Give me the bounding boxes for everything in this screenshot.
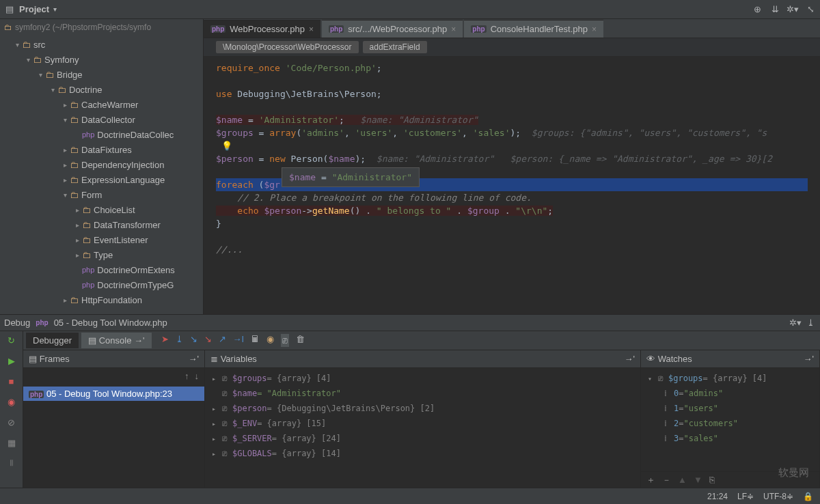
tree-item[interactable]: ▸🗀DataTransformer bbox=[0, 217, 203, 232]
code-editor[interactable]: require_once 'Code/Person.php'; use Debu… bbox=[204, 56, 820, 314]
project-tree[interactable]: ▾🗀src▾🗀Symfony▾🗀Bridge▾🗀Doctrine▸🗀CacheW… bbox=[0, 36, 203, 314]
close-icon[interactable]: × bbox=[451, 25, 456, 34]
watch-down-icon[interactable]: ▼ bbox=[694, 475, 702, 485]
force-step-into-icon[interactable]: ↘ bbox=[204, 334, 212, 347]
frame-text: 05 - Debug Tool Window.php:23 bbox=[46, 389, 172, 399]
target-icon[interactable]: ⊕ bbox=[752, 4, 763, 15]
frame-up-icon[interactable]: ↑ bbox=[184, 371, 189, 381]
encoding[interactable]: UTF-8≑ bbox=[763, 492, 793, 501]
frame-down-icon[interactable]: ↓ bbox=[195, 371, 200, 381]
watch-icon[interactable]: ◉ bbox=[266, 334, 274, 347]
editor-tab[interactable]: phpConsoleHandlerTest.php× bbox=[464, 20, 603, 38]
tree-item[interactable]: ▸🗀Type bbox=[0, 247, 203, 262]
gear-icon[interactable]: ✲▾ bbox=[790, 318, 801, 328]
stack-frame[interactable]: php 05 - Debug Tool Window.php:23 bbox=[23, 387, 204, 401]
hide-icon[interactable]: ⤡ bbox=[805, 4, 816, 15]
tooltip-var: $name bbox=[289, 172, 316, 182]
frame-nav: ↑ ↓ bbox=[23, 368, 204, 384]
watches-header: 👁 Watches →' bbox=[641, 350, 819, 368]
layout-button[interactable]: ▦ bbox=[5, 436, 18, 449]
collapse-icon[interactable]: ⇊ bbox=[769, 4, 780, 15]
editor-tab[interactable]: phpsrc/.../WebProcessor.php× bbox=[322, 20, 463, 38]
download-icon[interactable]: ⤓ bbox=[805, 318, 816, 328]
step-into-icon[interactable]: ↘ bbox=[190, 334, 197, 347]
tree-item[interactable]: phpDoctrineDataCollec bbox=[0, 127, 203, 142]
frames-menu-icon[interactable]: →' bbox=[189, 354, 199, 364]
variable-row[interactable]: ⎚$name = "Administrator" bbox=[205, 386, 640, 401]
debug-columns: ▤ Frames →' ↑ ↓ php 05 - Debug Tool Wind… bbox=[23, 350, 820, 488]
run-to-cursor-icon[interactable]: →I bbox=[233, 334, 245, 347]
debug-label: Debug bbox=[4, 318, 30, 328]
tree-item[interactable]: ▾🗀DataCollector bbox=[0, 112, 203, 127]
tab-debugger[interactable]: Debugger bbox=[26, 333, 79, 348]
add-watch-icon[interactable]: ＋ bbox=[646, 474, 655, 486]
settings-icon[interactable]: ⎚ bbox=[281, 334, 289, 347]
watch-up-icon[interactable]: ▲ bbox=[678, 475, 687, 485]
tab-console[interactable]: ▤ Console →' bbox=[81, 333, 151, 348]
breadcrumb-namespace[interactable]: \Monolog\Processor\WebProcessor bbox=[216, 41, 359, 53]
debug-file: 05 - Debug Tool Window.php bbox=[54, 318, 167, 328]
variable-row[interactable]: ▸⎚$_ENV = {array} [15] bbox=[205, 416, 640, 431]
tree-item[interactable]: ▾🗀src bbox=[0, 37, 203, 52]
variable-row[interactable]: ▸⎚$GLOBALS = {array} [14] bbox=[205, 446, 640, 461]
evaluate-icon[interactable]: 🖩 bbox=[251, 334, 260, 347]
line-separator[interactable]: LF≑ bbox=[737, 492, 754, 501]
tree-item[interactable]: ▾🗀Symfony bbox=[0, 52, 203, 67]
editor-area: phpWebProcessor.php×phpsrc/.../WebProces… bbox=[204, 19, 820, 314]
watch-row[interactable]: ▾⎚ $groups = {array} [4] bbox=[641, 371, 819, 386]
tree-item[interactable]: ▸🗀CacheWarmer bbox=[0, 97, 203, 112]
watch-child-row[interactable]: ⁞0 = "admins" bbox=[641, 386, 819, 401]
tree-item[interactable]: ▸🗀HttpFoundation bbox=[0, 292, 203, 307]
copy-watch-icon[interactable]: ⎘ bbox=[709, 475, 715, 485]
variable-row[interactable]: ▸⎚$person = {Debugging\JetBrains\Person}… bbox=[205, 401, 640, 416]
show-exec-point-icon[interactable]: ➤ bbox=[161, 334, 169, 347]
editor-tab[interactable]: phpWebProcessor.php× bbox=[204, 20, 320, 38]
watch-child-row[interactable]: ⁞2 = "customers" bbox=[641, 416, 819, 431]
tree-item[interactable]: ▾🗀Bridge bbox=[0, 67, 203, 82]
debug-title-bar: Debug php 05 - Debug Tool Window.php ✲▾ … bbox=[0, 314, 820, 331]
project-icon: ▤ bbox=[4, 4, 15, 15]
step-over-icon[interactable]: ⤓ bbox=[176, 334, 183, 347]
pin-button[interactable]: ⫴ bbox=[5, 457, 18, 469]
project-label[interactable]: Project bbox=[19, 4, 49, 14]
mute-button[interactable]: ⊘ bbox=[5, 416, 18, 428]
breadcrumb-method[interactable]: addExtraField bbox=[363, 41, 427, 53]
watch-child-row[interactable]: ⁞1 = "users" bbox=[641, 401, 819, 416]
tree-item[interactable]: ▸🗀DependencyInjection bbox=[0, 157, 203, 172]
main-area: 🗀 symfony2 (~/PhpstormProjects/symfo ▾🗀s… bbox=[0, 19, 820, 314]
watches-icon: 👁 bbox=[646, 354, 658, 364]
watermark: 软曼网 bbox=[778, 466, 809, 479]
step-out-icon[interactable]: ↗ bbox=[219, 334, 226, 347]
stop-button[interactable]: ■ bbox=[5, 375, 18, 387]
variable-row[interactable]: ▸⎚$groups = {array} [4] bbox=[205, 371, 640, 386]
breakpoints-button[interactable]: ◉ bbox=[5, 395, 18, 408]
php-icon: php bbox=[29, 391, 44, 398]
close-icon[interactable]: × bbox=[309, 25, 314, 34]
status-bar: 21:24 LF≑ UTF-8≑ 🔒 bbox=[0, 488, 820, 504]
tree-item[interactable]: ▸🗀ExpressionLanguage bbox=[0, 172, 203, 187]
tree-item[interactable]: ▾🗀Doctrine bbox=[0, 82, 203, 97]
watches-menu-icon[interactable]: →' bbox=[804, 354, 814, 364]
tree-item[interactable]: ▸🗀ChoiceList bbox=[0, 202, 203, 217]
resume-button[interactable]: ▶ bbox=[5, 354, 18, 367]
chevron-down-icon[interactable]: ▾ bbox=[53, 5, 57, 13]
gear-icon[interactable]: ✲▾ bbox=[787, 4, 798, 15]
close-icon[interactable]: 🗑 bbox=[296, 334, 305, 347]
tree-item[interactable]: phpDoctrineOrmExtens bbox=[0, 262, 203, 277]
tree-item[interactable]: phpDoctrineOrmTypeG bbox=[0, 277, 203, 292]
cursor-position[interactable]: 21:24 bbox=[707, 492, 728, 501]
debug-main: Debugger ▤ Console →' ➤ ⤓ ↘ ↘ ↗ →I 🖩 ◉ ⎚… bbox=[23, 331, 820, 488]
variables-menu-icon[interactable]: →' bbox=[625, 354, 635, 364]
tree-item[interactable]: ▸🗀DataFixtures bbox=[0, 142, 203, 157]
project-sidebar: 🗀 symfony2 (~/PhpstormProjects/symfo ▾🗀s… bbox=[0, 19, 204, 314]
tree-item[interactable]: ▸🗀EventListener bbox=[0, 232, 203, 247]
lock-icon[interactable]: 🔒 bbox=[803, 492, 813, 501]
variable-row[interactable]: ▸⎚$_SERVER = {array} [24] bbox=[205, 431, 640, 446]
php-icon: php bbox=[34, 319, 49, 326]
tree-item[interactable]: ▾🗀Form bbox=[0, 187, 203, 202]
rerun-button[interactable]: ↻ bbox=[5, 334, 18, 346]
watch-child-row[interactable]: ⁞3 = "sales" bbox=[641, 431, 819, 446]
remove-watch-icon[interactable]: － bbox=[662, 474, 671, 486]
close-icon[interactable]: × bbox=[592, 25, 597, 34]
editor-tabs: phpWebProcessor.php×phpsrc/.../WebProces… bbox=[204, 19, 820, 38]
